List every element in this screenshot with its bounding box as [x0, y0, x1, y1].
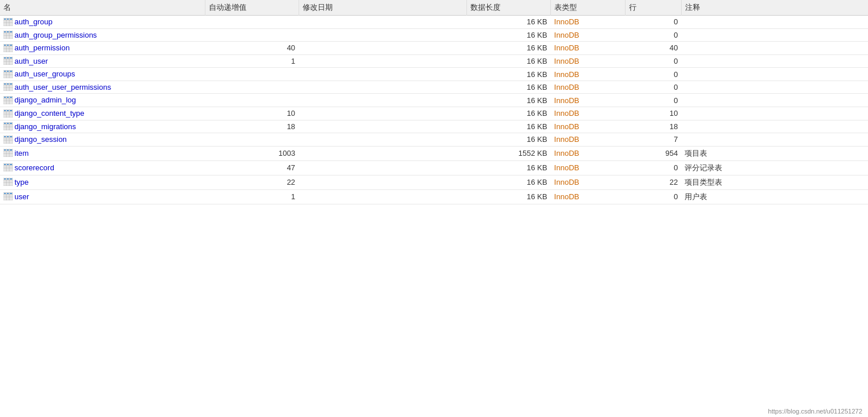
- table-name-cell[interactable]: type: [0, 175, 205, 189]
- table-row[interactable]: django_migrations1816 KBInnoDB18: [0, 120, 868, 133]
- comment-cell: [681, 120, 868, 133]
- svg-rect-31: [10, 57, 12, 58]
- col-header-rows[interactable]: 行: [626, 0, 682, 16]
- table-name-cell[interactable]: auth_user_user_permissions: [0, 81, 205, 94]
- engine-cell: InnoDB: [551, 16, 626, 29]
- engine-cell: InnoDB: [551, 189, 626, 204]
- table-name-cell[interactable]: auth_user: [0, 54, 205, 68]
- svg-rect-54: [7, 97, 9, 98]
- engine-cell: InnoDB: [551, 175, 626, 189]
- data-length-cell: 16 KB: [466, 120, 550, 133]
- svg-rect-53: [4, 97, 6, 98]
- engine-cell: InnoDB: [551, 42, 626, 55]
- comment-cell: [681, 81, 868, 94]
- svg-rect-94: [7, 164, 9, 165]
- rows-cell: 0: [626, 160, 682, 175]
- engine-cell: InnoDB: [551, 107, 626, 120]
- table-icon: [3, 31, 13, 39]
- svg-rect-109: [4, 193, 6, 194]
- comment-cell: [681, 16, 868, 29]
- auto-increment-cell: 18: [205, 120, 299, 133]
- rows-cell: 40: [626, 42, 682, 55]
- svg-rect-13: [4, 31, 6, 32]
- svg-rect-102: [7, 178, 9, 180]
- table-name-cell[interactable]: item: [0, 146, 205, 160]
- rows-cell: 0: [626, 189, 682, 204]
- col-header-comment: 注释: [681, 0, 868, 16]
- data-length-cell: 16 KB: [466, 160, 550, 175]
- col-header-name[interactable]: 名: [0, 0, 205, 16]
- table-row[interactable]: django_session16 KBInnoDB7: [0, 133, 868, 147]
- table-name-cell[interactable]: scorerecord: [0, 160, 205, 175]
- svg-rect-6: [7, 19, 9, 20]
- table-name-cell[interactable]: django_admin_log: [0, 94, 205, 107]
- table-name-cell[interactable]: auth_user_groups: [0, 68, 205, 81]
- table-row[interactable]: auth_group16 KBInnoDB0: [0, 16, 868, 29]
- engine-cell: InnoDB: [551, 133, 626, 147]
- rows-cell: 22: [626, 175, 682, 189]
- col-header-auto-increment[interactable]: 自动递增值: [205, 0, 299, 16]
- table-row[interactable]: django_admin_log16 KBInnoDB0: [0, 94, 868, 107]
- table-row[interactable]: auth_user_user_permissions16 KBInnoDB0: [0, 81, 868, 94]
- svg-rect-5: [4, 19, 6, 20]
- comment-cell: 评分记录表: [681, 160, 868, 175]
- table-name-cell[interactable]: user: [0, 189, 205, 204]
- engine-cell: InnoDB: [551, 160, 626, 175]
- svg-rect-37: [4, 71, 6, 72]
- table-row[interactable]: scorerecord4716 KBInnoDB0评分记录表: [0, 160, 868, 175]
- svg-rect-70: [7, 123, 9, 124]
- svg-rect-29: [4, 57, 6, 58]
- svg-rect-110: [7, 193, 9, 194]
- table-name-cell[interactable]: django_session: [0, 133, 205, 147]
- table-header-row: 名 自动递增值 修改日期 数据长度 表类型 行 注释: [0, 0, 868, 16]
- svg-rect-21: [4, 45, 6, 46]
- comment-cell: 用户表: [681, 189, 868, 204]
- engine-cell: InnoDB: [551, 146, 626, 160]
- auto-increment-cell: [205, 81, 299, 94]
- auto-increment-cell: 1: [205, 54, 299, 68]
- table-row[interactable]: type2216 KBInnoDB22项目类型表: [0, 175, 868, 189]
- table-icon: [3, 163, 13, 171]
- table-row[interactable]: django_content_type1016 KBInnoDB10: [0, 107, 868, 120]
- modified-date-cell: [299, 146, 466, 160]
- table-name-cell[interactable]: auth_permission: [0, 42, 205, 55]
- svg-rect-101: [4, 178, 6, 180]
- table-row[interactable]: auth_permission4016 KBInnoDB40: [0, 42, 868, 55]
- table-name-cell[interactable]: django_content_type: [0, 107, 205, 120]
- table-icon: [3, 18, 13, 26]
- svg-rect-22: [7, 45, 9, 46]
- data-length-cell: 16 KB: [466, 28, 550, 42]
- modified-date-cell: [299, 160, 466, 175]
- svg-rect-46: [7, 83, 9, 85]
- svg-rect-111: [10, 193, 12, 194]
- svg-rect-30: [7, 57, 9, 58]
- comment-cell: [681, 42, 868, 55]
- data-length-cell: 16 KB: [466, 94, 550, 107]
- svg-rect-69: [4, 123, 6, 124]
- svg-rect-93: [4, 164, 6, 165]
- table-row[interactable]: auth_user116 KBInnoDB0: [0, 54, 868, 68]
- table-name-cell[interactable]: auth_group_permissions: [0, 28, 205, 42]
- table-row[interactable]: auth_group_permissions16 KBInnoDB0: [0, 28, 868, 42]
- modified-date-cell: [299, 28, 466, 42]
- rows-cell: 0: [626, 81, 682, 94]
- comment-cell: [681, 68, 868, 81]
- svg-rect-62: [7, 110, 9, 111]
- table-row[interactable]: auth_user_groups16 KBInnoDB0: [0, 68, 868, 81]
- svg-rect-77: [4, 136, 6, 137]
- footer-url: https://blog.csdn.net/u011251272: [768, 408, 862, 415]
- table-icon: [3, 96, 13, 104]
- table-name-cell[interactable]: django_migrations: [0, 120, 205, 133]
- svg-rect-38: [7, 71, 9, 72]
- table-row[interactable]: item10031552 KBInnoDB954项目表: [0, 146, 868, 160]
- data-length-cell: 16 KB: [466, 81, 550, 94]
- col-header-engine[interactable]: 表类型: [551, 0, 626, 16]
- table-icon: [3, 149, 13, 157]
- rows-cell: 10: [626, 107, 682, 120]
- col-header-modified[interactable]: 修改日期: [299, 0, 466, 16]
- col-header-data-length[interactable]: 数据长度: [466, 0, 550, 16]
- table-name-cell[interactable]: auth_group: [0, 16, 205, 29]
- svg-rect-71: [10, 123, 12, 124]
- table-row[interactable]: user116 KBInnoDB0用户表: [0, 189, 868, 204]
- comment-cell: [681, 54, 868, 68]
